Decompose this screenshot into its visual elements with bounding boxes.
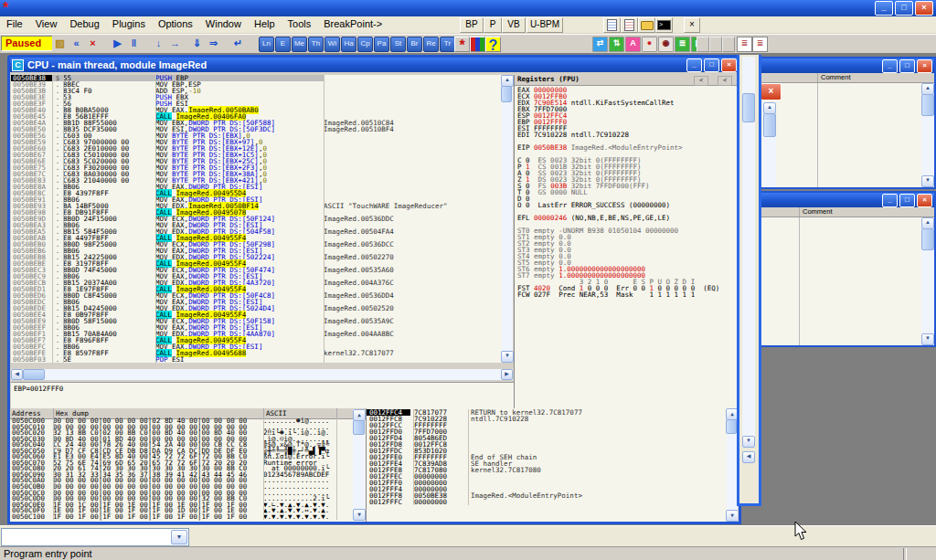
- window-button-cp[interactable]: Cp: [357, 37, 373, 52]
- window-button-pa[interactable]: Pa: [374, 37, 389, 52]
- scroll-left-icon[interactable]: ◀: [11, 369, 23, 380]
- menu-item-tools[interactable]: Tools: [282, 16, 318, 29]
- scroll-down-icon[interactable]: ▼: [501, 351, 514, 363]
- window-button-e[interactable]: E: [275, 37, 291, 52]
- help-button[interactable]: ?: [485, 37, 501, 52]
- close-icon[interactable]: ×: [917, 59, 932, 73]
- pause-icon[interactable]: ‖: [126, 35, 142, 51]
- register-line[interactable]: O 0 LastErr ERROR_SUCCESS (00000000): [515, 202, 738, 208]
- scrollbar[interactable]: ▼: [742, 57, 755, 448]
- window-button-tr[interactable]: Tr: [440, 37, 455, 52]
- window-button-th[interactable]: Th: [308, 37, 324, 52]
- scroll-down-icon[interactable]: ▼: [353, 509, 366, 521]
- appearance-button[interactable]: [470, 37, 485, 52]
- comment-window-1-titlebar[interactable]: _ □ ×: [757, 58, 934, 73]
- update-icon[interactable]: ⇅: [609, 37, 624, 52]
- scroll-thumb[interactable]: [921, 228, 934, 250]
- menu-item-view[interactable]: View: [29, 16, 64, 29]
- detail-list-button[interactable]: ≣: [752, 37, 768, 52]
- vb-button[interactable]: VB: [502, 17, 526, 33]
- menu-item-help[interactable]: Help: [248, 16, 282, 29]
- comment-window-2-titlebar[interactable]: _ □ ×: [744, 193, 934, 207]
- list-button[interactable]: ≣: [737, 37, 752, 52]
- scroll-down-icon[interactable]: ▼: [921, 333, 934, 345]
- minimize-button[interactable]: _: [882, 59, 898, 73]
- disassembly-pane[interactable]: 0050BE38$55PUSH EBP0050BE39.8BECMOV EBP,…: [11, 75, 502, 363]
- toolbar-close-button[interactable]: ×: [684, 17, 700, 33]
- scroll-left-icon[interactable]: ◀: [742, 451, 755, 463]
- window-button-ln[interactable]: Ln: [259, 37, 274, 52]
- close-program-icon[interactable]: ×: [85, 35, 101, 51]
- ubpm-button[interactable]: U-BPM: [526, 17, 563, 33]
- disasm-row[interactable]: 0050BE38$55PUSH EBP: [11, 75, 502, 81]
- comment-window-2[interactable]: _ □ × Comment ▲ ▼: [742, 191, 936, 347]
- restart-icon[interactable]: «: [69, 35, 84, 51]
- close-button[interactable]: ×: [915, 1, 933, 16]
- maximize-button[interactable]: □: [704, 58, 719, 72]
- execute-till-return-icon[interactable]: ↵: [230, 35, 246, 51]
- menu-item-options[interactable]: Options: [152, 16, 199, 29]
- minimize-button[interactable]: _: [686, 58, 702, 72]
- scroll-right-icon[interactable]: ▶: [501, 369, 513, 380]
- dump-vscrollbar[interactable]: ▲ ▼: [353, 409, 365, 521]
- dump-row[interactable]: 0050C1001F 00 1F 00|1F 00 1F 00|1F 00 1F…: [10, 514, 353, 521]
- menu-item-plugins[interactable]: Plugins: [106, 16, 152, 29]
- bp-button[interactable]: BP: [460, 17, 484, 33]
- ascii-table-icon[interactable]: A: [625, 37, 641, 52]
- info-pane[interactable]: EBP=0012FFF0: [11, 382, 516, 408]
- scroll-thumb[interactable]: [921, 94, 934, 116]
- trace-log-icon[interactable]: ≣: [675, 37, 690, 52]
- swap-icon[interactable]: ⇄: [592, 37, 608, 52]
- disasm-row[interactable]: 0050BE3E.53PUSH EBX: [11, 94, 502, 100]
- scroll-thumb[interactable]: [501, 86, 512, 102]
- register-line[interactable]: T 0 GS 0000 NULL: [515, 189, 738, 195]
- close-icon[interactable]: ×: [721, 58, 737, 72]
- registers-mode-button[interactable]: <: [694, 76, 708, 86]
- console-icon[interactable]: >: [655, 17, 673, 33]
- open-file-icon[interactable]: ▨: [52, 35, 68, 51]
- scroll-down-icon[interactable]: ▼: [921, 175, 934, 187]
- close-icon[interactable]: ×: [760, 83, 782, 100]
- breakpoint-dot-icon[interactable]: ●: [642, 37, 657, 52]
- scroll-thumb[interactable]: [742, 93, 755, 122]
- animate-into-icon[interactable]: ⇓: [189, 35, 205, 51]
- step-over-icon[interactable]: →: [167, 35, 183, 51]
- options-gear-button[interactable]: *: [454, 37, 470, 52]
- p-button[interactable]: P: [484, 17, 502, 33]
- registers-mode-button-2[interactable]: <: [718, 76, 732, 86]
- registers-pane[interactable]: Registers (FPU) < < EAX 00000000ECX 0012…: [514, 75, 738, 408]
- disasm-row[interactable]: 0050BEFE.E8 8597F8FFCALL ImageRed.004956…: [11, 350, 502, 356]
- minimize-button[interactable]: _: [882, 194, 898, 207]
- scroll-thumb[interactable]: [726, 419, 737, 434]
- window-button-ha[interactable]: Ha: [341, 37, 356, 52]
- window-button-me[interactable]: Me: [292, 37, 307, 52]
- window-button-wi[interactable]: Wi: [324, 37, 340, 52]
- scroll-thumb[interactable]: [353, 420, 365, 435]
- resize-grip[interactable]: [743, 464, 754, 475]
- animate-over-icon[interactable]: ⇒: [206, 35, 221, 51]
- scrollbar[interactable]: ▲ ▼: [921, 217, 934, 345]
- window-button-br[interactable]: Br: [407, 37, 422, 52]
- register-line[interactable]: EDI 7C910228 ntdll.7C910228: [515, 132, 738, 138]
- window-button-st[interactable]: St: [390, 37, 406, 52]
- command-input[interactable]: ▼: [1, 528, 189, 546]
- cpu-titlebar[interactable]: C CPU - main thread, module ImageRed _ □…: [10, 58, 739, 72]
- scroll-down-icon[interactable]: ▼: [742, 436, 755, 448]
- menu-item-file[interactable]: File: [0, 16, 29, 29]
- maximize-button[interactable]: □: [899, 194, 915, 207]
- scroll-down-icon[interactable]: ▼: [726, 510, 738, 522]
- close-icon[interactable]: ×: [917, 194, 932, 207]
- dropdown-icon[interactable]: ▼: [171, 530, 187, 544]
- step-into-icon[interactable]: ↓: [151, 35, 166, 51]
- register-line[interactable]: EFL 00000246 (NO,NB,E,BE,NS,PE,GE,LE): [515, 215, 738, 221]
- scrollbar[interactable]: ▲ ▼: [921, 83, 934, 187]
- spiral-icon[interactable]: ◉: [658, 37, 674, 52]
- stack-row[interactable]: 0012FFFC00000000: [367, 499, 726, 505]
- disasm-row[interactable]: 0050BF03.5EPOP ESI: [11, 356, 502, 363]
- stack-pane[interactable]: 0012FFC47C817077RETURN to kernel32.7C817…: [366, 408, 738, 522]
- disassembly-hscrollbar[interactable]: ◀ ▶: [11, 369, 513, 380]
- dump-pane[interactable]: Address Hex dump ASCII 0050C00000 00 00 …: [10, 408, 366, 522]
- register-line[interactable]: EIP 0050BE38 ImageRed.<ModuleEntryPoint>: [515, 144, 738, 151]
- maximize-button[interactable]: □: [895, 1, 913, 16]
- scroll-thumb[interactable]: [23, 369, 45, 380]
